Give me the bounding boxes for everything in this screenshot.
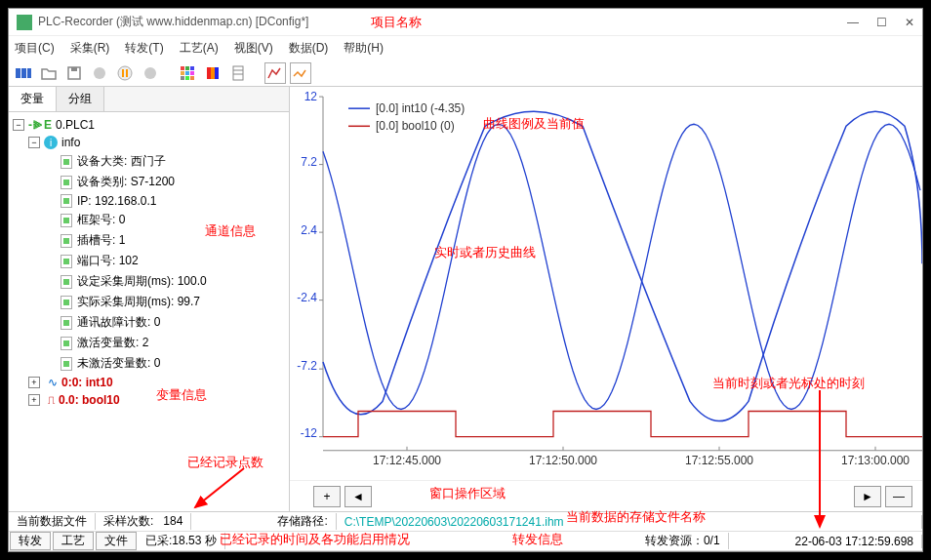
legend-s1: [0.0] int10 (-4.35) (376, 101, 465, 115)
sidebar: 变量 分组 −-⫸E0.PLC1 −iinfo 设备大类: 西门子 设备类别: … (9, 87, 290, 511)
tool-sheet-icon[interactable] (227, 62, 249, 84)
chart-controls: + ◄ ► — (290, 480, 922, 511)
ytick: -12 (301, 426, 318, 440)
status-file-btn[interactable]: 文件 (96, 532, 137, 550)
tree-item[interactable]: 设备类别: S7-1200 (77, 174, 175, 190)
svg-rect-2 (27, 68, 31, 78)
tool-chart2-icon[interactable] (290, 62, 311, 84)
tool-connect-icon[interactable] (13, 62, 34, 84)
scroll-left-button[interactable]: ◄ (344, 486, 372, 507)
doc-icon (61, 255, 72, 268)
scroll-right-button[interactable]: ► (854, 486, 881, 507)
tree[interactable]: −-⫸E0.PLC1 −iinfo 设备大类: 西门子 设备类别: S7-120… (9, 112, 289, 511)
svg-rect-14 (185, 71, 189, 75)
tree-item[interactable]: 激活变量数: 2 (77, 335, 148, 351)
tree-var2[interactable]: 0.0: bool10 (59, 393, 120, 407)
tool-stop-icon[interactable] (140, 62, 161, 84)
tree-root[interactable]: 0.PLC1 (56, 118, 95, 132)
tool-open-icon[interactable] (38, 62, 60, 84)
menu-collect[interactable]: 采集(R) (70, 40, 110, 57)
expand-icon[interactable]: + (28, 394, 40, 406)
ytick: -7.2 (297, 359, 317, 373)
status-forward-btn[interactable]: 转发 (10, 532, 51, 550)
ytick: -2.4 (297, 291, 317, 304)
statusbar: 当前数据文件 采样次数: 184 存储路径: C:\TEMP\20220603\… (9, 511, 922, 551)
status-path: C:\TEMP\20220603\20220603171241.ihm (337, 515, 922, 529)
close-button[interactable]: ✕ (905, 16, 914, 29)
svg-rect-17 (185, 76, 189, 80)
tool-grid-icon[interactable] (177, 62, 198, 84)
status-samples-label: 采样次数: (103, 514, 153, 528)
tree-var1[interactable]: 0:0: int10 (61, 376, 113, 389)
ytick: 7.2 (301, 155, 317, 169)
svg-rect-8 (126, 69, 128, 77)
svg-rect-22 (233, 66, 243, 80)
svg-rect-13 (181, 71, 184, 75)
expand-icon[interactable]: − (28, 137, 40, 148)
series-int10-line (323, 124, 920, 409)
svg-rect-4 (71, 67, 77, 71)
tree-item[interactable]: 端口号: 102 (77, 253, 139, 269)
svg-rect-20 (207, 67, 211, 79)
doc-icon (61, 316, 72, 330)
doc-icon (61, 194, 72, 208)
tree-item[interactable]: 未激活变量数: 0 (77, 355, 160, 372)
doc-icon (61, 357, 72, 371)
status-file-label: 当前数据文件 (9, 513, 96, 530)
svg-point-5 (94, 67, 105, 79)
svg-rect-18 (190, 76, 194, 80)
tab-groups[interactable]: 分组 (57, 87, 104, 111)
tool-pause-icon[interactable] (114, 62, 136, 84)
chart[interactable]: 12 7.2 2.4 -2.4 -7.2 -12 17:12:45.000 1 (290, 87, 922, 480)
xtick: 17:12:45.000 (373, 454, 441, 467)
xtick: 17:12:55.000 (685, 454, 753, 467)
tree-item[interactable]: IP: 192.168.0.1 (77, 194, 156, 208)
menubar: 项目(C) 采集(R) 转发(T) 工艺(A) 视图(V) 数据(D) 帮助(H… (9, 36, 922, 60)
expand-icon[interactable]: − (13, 119, 24, 131)
menu-process[interactable]: 工艺(A) (180, 40, 219, 57)
tool-chart1-icon[interactable] (264, 62, 286, 84)
tool-save-icon[interactable] (63, 62, 85, 84)
svg-rect-16 (181, 76, 184, 80)
doc-icon (61, 234, 72, 248)
maximize-button[interactable]: ☐ (876, 16, 887, 29)
series-int10 (323, 111, 922, 420)
minimize-button[interactable]: — (847, 16, 859, 29)
menu-help[interactable]: 帮助(H) (344, 40, 384, 57)
svg-rect-15 (190, 71, 194, 75)
xtick: 17:13:00.000 (841, 454, 910, 467)
zoom-out-button[interactable]: — (885, 486, 912, 507)
series-bool10-line (323, 411, 922, 436)
info-icon: i (44, 136, 58, 149)
doc-icon (61, 155, 72, 169)
tree-item[interactable]: 设定采集周期(ms): 100.0 (77, 273, 207, 290)
status-recorded: 已采:18.53 秒 (138, 533, 225, 549)
ytick: 2.4 (301, 223, 317, 237)
app-icon (17, 15, 32, 30)
menu-forward[interactable]: 转发(T) (125, 40, 163, 57)
menu-project[interactable]: 项目(C) (15, 40, 55, 57)
tree-item[interactable]: 通讯故障计数: 0 (77, 314, 160, 331)
tool-palette-icon[interactable] (202, 62, 223, 84)
svg-rect-1 (21, 68, 26, 78)
tab-variables[interactable]: 变量 (9, 87, 57, 111)
expand-icon[interactable]: + (28, 377, 40, 388)
status-samples: 184 (163, 514, 182, 528)
square-icon: ⎍ (48, 393, 55, 407)
svg-rect-10 (181, 66, 184, 70)
tree-item[interactable]: 设备大类: 西门子 (77, 153, 166, 170)
doc-icon (61, 296, 72, 309)
menu-view[interactable]: 视图(V) (234, 40, 273, 57)
menu-data[interactable]: 数据(D) (289, 40, 329, 57)
doc-icon (61, 214, 72, 227)
tree-item[interactable]: 插槽号: 1 (77, 232, 125, 249)
tool-record-icon[interactable] (89, 62, 110, 84)
zoom-in-button[interactable]: + (313, 486, 341, 507)
tree-item[interactable]: 实际采集周期(ms): 99.7 (77, 294, 200, 310)
status-process-btn[interactable]: 工艺 (53, 532, 94, 550)
svg-point-9 (144, 67, 156, 79)
status-path-label: 存储路径: (277, 514, 327, 528)
tree-item[interactable]: 框架号: 0 (77, 212, 125, 228)
legend-s2: [0.0] bool10 (0) (376, 119, 455, 133)
tree-info[interactable]: info (61, 136, 80, 149)
